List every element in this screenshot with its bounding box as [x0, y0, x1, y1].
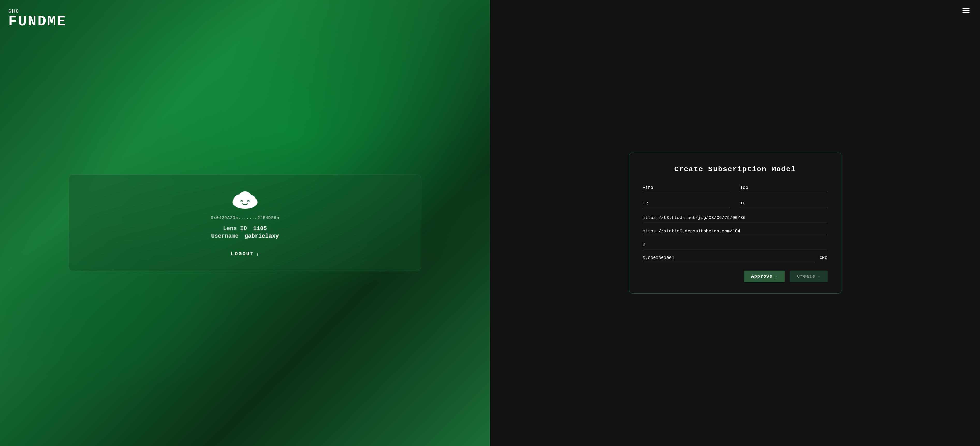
left-panel: GHO FUNDME 0x0429A2Da.......2fE4DF6a: [0, 0, 490, 446]
username-row: Username gabrielaxy: [211, 233, 279, 240]
right-panel: Create Subscription Model: [490, 0, 980, 446]
logout-label: LOGOUT: [231, 251, 254, 257]
field-fire: [643, 184, 730, 192]
amount-input[interactable]: [643, 254, 815, 262]
subscription-form-card: Create Subscription Model: [629, 153, 841, 294]
profile-info: Lens ID 1105 Username gabrielaxy: [211, 226, 279, 240]
lens-id-value: 1105: [253, 226, 267, 232]
fire-input[interactable]: [643, 184, 730, 192]
menu-bar-3: [963, 13, 970, 13]
logout-button[interactable]: LOGOUT ↗: [227, 249, 264, 259]
profile-card: 0x0429A2Da.......2fE4DF6a Lens ID 1105 U…: [68, 175, 422, 272]
field-url2-row: [643, 227, 827, 236]
field-fr: [643, 199, 730, 207]
logout-arrow-icon: ↗: [254, 250, 261, 257]
create-button[interactable]: Create ↗: [790, 271, 827, 282]
menu-bar-1: [963, 8, 970, 9]
fr-input[interactable]: [643, 199, 730, 207]
field-ice: [740, 184, 827, 192]
create-arrow-icon: ↗: [816, 274, 822, 279]
approve-arrow-icon: ↗: [773, 274, 779, 279]
menu-bar-2: [963, 10, 970, 11]
currency-label: GHO: [819, 256, 827, 261]
ice-input[interactable]: [740, 184, 827, 192]
avatar: [229, 187, 260, 210]
approve-label: Approve: [751, 274, 773, 279]
lens-id-label: Lens ID: [223, 226, 247, 232]
logo: GHO FUNDME: [8, 8, 67, 29]
hamburger-menu-button[interactable]: [963, 8, 970, 13]
lens-id-row: Lens ID 1105: [223, 226, 267, 232]
number-input[interactable]: [643, 241, 827, 249]
url2-input[interactable]: [643, 227, 827, 236]
form-title: Create Subscription Model: [643, 165, 827, 173]
field-url1-row: [643, 213, 827, 222]
field-number-row: [643, 241, 827, 249]
url1-input[interactable]: [643, 213, 827, 222]
field-ic: [740, 199, 827, 207]
logo-fundme: FUNDME: [8, 14, 67, 29]
amount-row: GHO: [643, 254, 827, 262]
wallet-address: 0x0429A2Da.......2fE4DF6a: [211, 216, 279, 220]
form-actions: Approve ↗ Create ↗: [643, 271, 827, 282]
form-top-grid: [643, 184, 827, 207]
username-label: Username: [211, 233, 239, 240]
approve-button[interactable]: Approve ↗: [744, 271, 784, 282]
ic-input[interactable]: [740, 199, 827, 207]
create-label: Create: [797, 274, 815, 279]
username-value: gabrielaxy: [245, 233, 279, 240]
